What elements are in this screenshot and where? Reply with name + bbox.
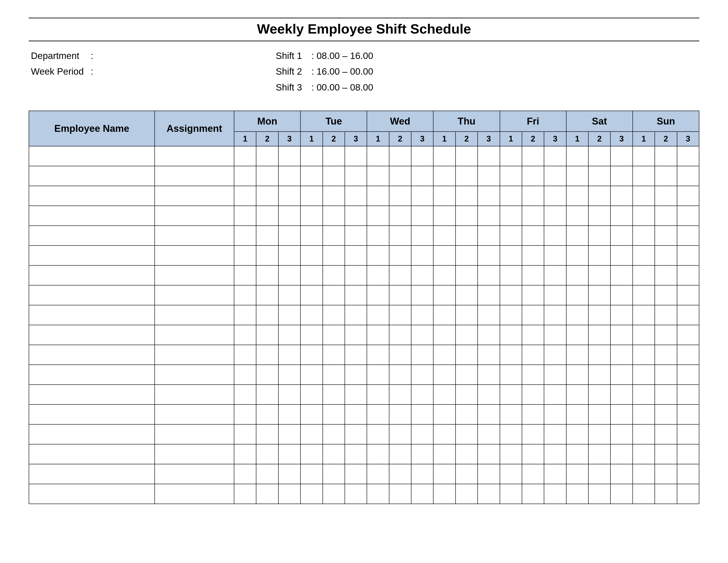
shift-cell[interactable] [566, 365, 588, 385]
shift-cell[interactable] [655, 226, 677, 245]
shift-cell[interactable] [633, 464, 655, 484]
shift-cell[interactable] [278, 166, 300, 186]
shift-cell[interactable] [278, 146, 300, 166]
shift-cell[interactable] [411, 186, 433, 206]
shift-cell[interactable] [456, 405, 478, 424]
shift-cell[interactable] [367, 166, 389, 186]
shift-cell[interactable] [456, 166, 478, 186]
shift-cell[interactable] [610, 365, 632, 385]
assignment-cell[interactable] [155, 345, 234, 365]
shift-cell[interactable] [433, 345, 455, 365]
shift-cell[interactable] [433, 245, 455, 265]
shift-cell[interactable] [610, 484, 632, 504]
shift-cell[interactable] [677, 226, 699, 245]
shift-cell[interactable] [411, 206, 433, 226]
shift-cell[interactable] [677, 186, 699, 206]
shift-cell[interactable] [323, 424, 345, 444]
shift-cell[interactable] [345, 325, 367, 345]
shift-cell[interactable] [500, 206, 522, 226]
employee-name-cell[interactable] [29, 146, 155, 166]
assignment-cell[interactable] [155, 365, 234, 385]
shift-cell[interactable] [655, 206, 677, 226]
shift-cell[interactable] [522, 325, 544, 345]
shift-cell[interactable] [588, 265, 610, 285]
shift-cell[interactable] [323, 405, 345, 424]
shift-cell[interactable] [544, 484, 566, 504]
shift-cell[interactable] [345, 226, 367, 245]
shift-cell[interactable] [655, 186, 677, 206]
shift-cell[interactable] [566, 305, 588, 325]
shift-cell[interactable] [677, 146, 699, 166]
shift-cell[interactable] [500, 226, 522, 245]
shift-cell[interactable] [234, 265, 256, 285]
assignment-cell[interactable] [155, 305, 234, 325]
shift-cell[interactable] [610, 464, 632, 484]
shift-cell[interactable] [633, 166, 655, 186]
shift-cell[interactable] [433, 305, 455, 325]
shift-cell[interactable] [566, 345, 588, 365]
shift-cell[interactable] [411, 385, 433, 405]
shift-cell[interactable] [522, 305, 544, 325]
shift-cell[interactable] [500, 285, 522, 305]
shift-cell[interactable] [478, 444, 500, 464]
shift-cell[interactable] [522, 365, 544, 385]
shift-cell[interactable] [234, 345, 256, 365]
assignment-cell[interactable] [155, 424, 234, 444]
shift-cell[interactable] [544, 226, 566, 245]
shift-cell[interactable] [610, 285, 632, 305]
shift-cell[interactable] [478, 325, 500, 345]
shift-cell[interactable] [300, 265, 323, 285]
assignment-cell[interactable] [155, 206, 234, 226]
shift-cell[interactable] [588, 166, 610, 186]
employee-name-cell[interactable] [29, 325, 155, 345]
shift-cell[interactable] [677, 484, 699, 504]
shift-cell[interactable] [588, 424, 610, 444]
shift-cell[interactable] [610, 265, 632, 285]
shift-cell[interactable] [389, 285, 411, 305]
shift-cell[interactable] [544, 345, 566, 365]
shift-cell[interactable] [234, 305, 256, 325]
shift-cell[interactable] [677, 285, 699, 305]
shift-cell[interactable] [633, 186, 655, 206]
shift-cell[interactable] [655, 365, 677, 385]
shift-cell[interactable] [345, 206, 367, 226]
shift-cell[interactable] [633, 226, 655, 245]
shift-cell[interactable] [278, 285, 300, 305]
shift-cell[interactable] [677, 405, 699, 424]
shift-cell[interactable] [500, 424, 522, 444]
shift-cell[interactable] [256, 265, 278, 285]
assignment-cell[interactable] [155, 444, 234, 464]
shift-cell[interactable] [323, 464, 345, 484]
shift-cell[interactable] [411, 305, 433, 325]
shift-cell[interactable] [566, 444, 588, 464]
shift-cell[interactable] [544, 265, 566, 285]
shift-cell[interactable] [500, 385, 522, 405]
shift-cell[interactable] [433, 265, 455, 285]
shift-cell[interactable] [522, 385, 544, 405]
shift-cell[interactable] [522, 186, 544, 206]
shift-cell[interactable] [677, 166, 699, 186]
shift-cell[interactable] [500, 405, 522, 424]
shift-cell[interactable] [677, 345, 699, 365]
shift-cell[interactable] [500, 484, 522, 504]
employee-name-cell[interactable] [29, 424, 155, 444]
shift-cell[interactable] [345, 305, 367, 325]
shift-cell[interactable] [411, 325, 433, 345]
shift-cell[interactable] [256, 345, 278, 365]
shift-cell[interactable] [655, 424, 677, 444]
shift-cell[interactable] [478, 186, 500, 206]
shift-cell[interactable] [389, 365, 411, 385]
assignment-cell[interactable] [155, 245, 234, 265]
shift-cell[interactable] [234, 166, 256, 186]
shift-cell[interactable] [345, 345, 367, 365]
shift-cell[interactable] [500, 186, 522, 206]
shift-cell[interactable] [323, 265, 345, 285]
shift-cell[interactable] [367, 385, 389, 405]
shift-cell[interactable] [256, 365, 278, 385]
shift-cell[interactable] [234, 206, 256, 226]
shift-cell[interactable] [345, 444, 367, 464]
shift-cell[interactable] [456, 285, 478, 305]
shift-cell[interactable] [456, 206, 478, 226]
shift-cell[interactable] [411, 166, 433, 186]
shift-cell[interactable] [323, 226, 345, 245]
